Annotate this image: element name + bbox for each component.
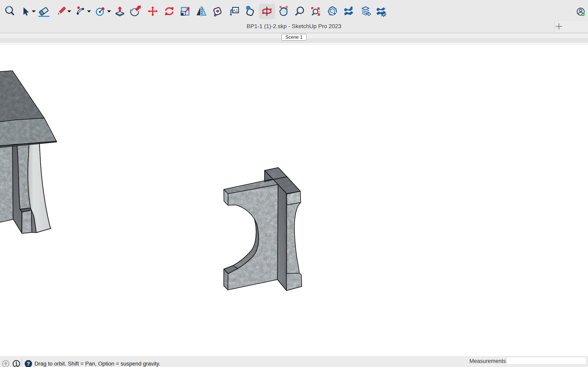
svg-text:A1: A1 [233, 8, 238, 13]
svg-text:?: ? [27, 361, 30, 367]
